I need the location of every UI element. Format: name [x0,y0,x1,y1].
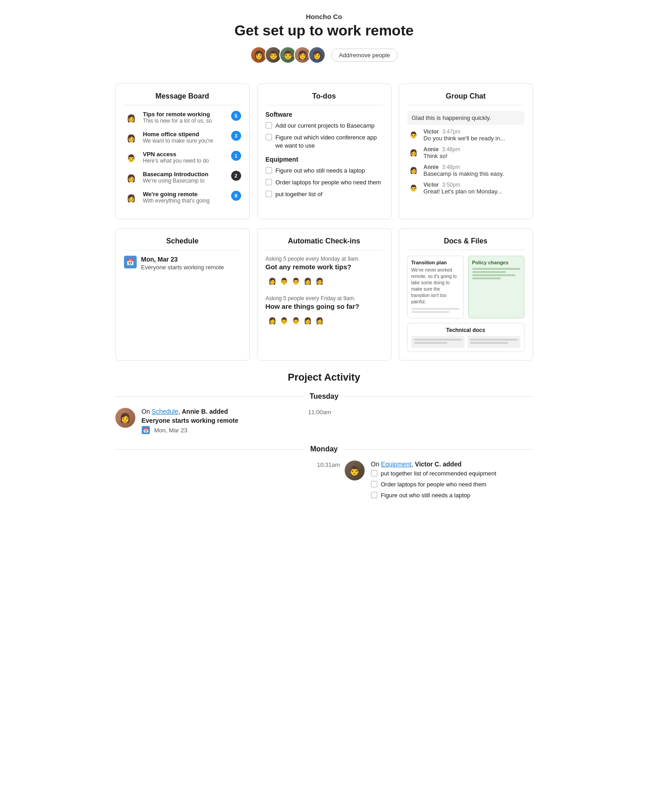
list-item[interactable]: 👩 Tips for remote working This is new fo… [124,111,241,125]
doc-line [472,271,506,273]
doc-line [414,342,448,344]
project-title: Get set up to work remote [9,22,639,39]
activity-item-sub: 📅 Mon, Mar 23 [142,426,238,434]
todo-checkbox[interactable] [371,470,377,476]
activity-section-link[interactable]: Equipment [381,460,411,468]
doc-transition-plan[interactable]: Transition plan We've never worked remot… [407,256,464,318]
checkin-question: Got any remote work tips? [266,263,383,271]
list-item[interactable]: put together list of recommended equipme… [371,470,496,478]
add-remove-people-button[interactable]: Add/remove people [331,49,398,62]
todo-checkbox[interactable] [371,481,377,487]
list-item: 👨 Victor 3:50pm Great! Let's plan on Mon… [407,182,524,195]
calendar-icon: 📅 [124,256,137,268]
auto-checkins-title: Automatic Check-ins [266,237,383,250]
message-board-card: Message Board 👩 Tips for remote working … [115,84,250,219]
activity-day-monday: Monday [115,445,533,453]
badge: 3 [231,131,241,141]
group-chat-card: Group Chat Glad this is happening quickl… [399,84,533,219]
avatar: 👩 [124,111,139,125]
activity-event-monday: 10:31am 👨 On Equipment, Victor C. added … [115,460,533,503]
people-row: 👩 👨 👨 👩 👩 Add/remove people [9,46,639,64]
todo-label: Order laptops for people who need them [276,178,381,187]
list-item[interactable]: Order laptops for people who need them [371,480,496,489]
cards-grid-bottom: Schedule 📅 Mon, Mar 23 Everyone starts w… [106,228,542,361]
todo-label: Order laptops for people who need them [381,480,487,489]
list-item[interactable]: Order laptops for people who need them [266,178,383,187]
docs-files-title: Docs & Files [407,237,524,250]
badge: 5 [231,111,241,121]
doc-policy-changes[interactable]: Policy changes [468,256,524,318]
todos-section-software-title: Software [266,111,383,118]
todo-checkbox[interactable] [266,179,272,185]
todo-label: Add our current projects to Basecamp [276,122,375,130]
activity-day-tuesday: Tuesday [115,392,533,401]
todo-checkbox[interactable] [266,122,272,129]
todo-checkbox[interactable] [371,492,377,498]
activity-time: 11:00am [308,408,345,416]
message-list: 👩 Tips for remote working This is new fo… [124,111,241,205]
doc-title: Transition plan [411,260,460,265]
doc-line [411,311,450,313]
checkin-frequency: Asking 5 people every Friday at 9am. [266,295,383,302]
list-item[interactable]: 👩 We're going remote With everything tha… [124,191,241,205]
avatar: 👨 [407,129,420,141]
message-preview: We want to make sure you're [143,138,227,144]
list-item[interactable]: Figure out which video conference app we… [266,134,383,150]
message-title: VPN access [143,151,227,158]
schedule-card: Schedule 📅 Mon, Mar 23 Everyone starts w… [115,228,250,361]
list-item: Glad this is happening quickly. [407,111,524,125]
avatar: 👨 [345,460,365,480]
list-item[interactable]: Figure out who still needs a laptop [266,167,383,175]
avatar: 👩 [313,274,326,288]
project-activity: Project Activity Tuesday 👩 On Schedule, … [106,371,542,503]
activity-item-title: Everyone starts working remote [142,417,238,424]
doc-title: Policy changes [472,260,520,265]
message-title: We're going remote [143,191,227,198]
list-item[interactable]: 👨 VPN access Here's what you need to do … [124,151,241,165]
list-item[interactable]: Figure out who still needs a laptop [371,491,496,500]
todo-checkbox[interactable] [266,191,272,197]
todo-label: put together list of recommended equipme… [381,470,496,478]
checkin-frequency: Asking 5 people every Monday at 9am. [266,256,383,262]
todo-label: put together list of [276,190,322,198]
message-title: Home office stipend [143,131,227,138]
schedule-event[interactable]: 📅 Mon, Mar 23 Everyone starts working re… [124,256,241,271]
checkin-friday: Asking 5 people every Friday at 9am. How… [266,295,383,327]
list-item[interactable]: 👩 Home office stipend We want to make su… [124,131,241,145]
activity-time: 10:31am [304,460,340,468]
avatar-person5[interactable]: 👩 [308,46,326,64]
todo-checkbox[interactable] [266,167,272,173]
schedule-title: Schedule [124,237,241,250]
list-item[interactable]: Add our current projects to Basecamp [266,122,383,130]
badge: 9 [231,191,241,201]
message-title: Basecamp Introduction [143,171,227,178]
project-activity-title: Project Activity [115,371,533,383]
list-item[interactable]: 👩 Basecamp Introduction We're using Base… [124,171,241,185]
doc-line [472,268,520,270]
todos-card: To-dos Software Add our current projects… [257,84,391,219]
cards-grid-top: Message Board 👩 Tips for remote working … [106,84,542,219]
checkin-avatars: 👩 👨 👨 👩 👩 [266,274,383,288]
page-header: Honcho Co Get set up to work remote 👩 👨 … [0,0,648,74]
schedule-date: Mon, Mar 23 [141,256,224,263]
checkin-avatars: 👩 👨 👨 👩 👩 [266,314,383,327]
checkin-question: How are things going so far? [266,302,383,310]
doc-body: We've never worked remote, so it's going… [411,267,460,305]
doc-line [472,277,501,279]
badge: 1 [231,151,241,161]
chat-messages: Glad this is happening quickly. 👨 Victor… [407,111,524,195]
message-preview: With everything that's going [143,198,227,204]
group-chat-title: Group Chat [407,92,524,105]
auto-checkins-card: Automatic Check-ins Asking 5 people ever… [257,228,391,361]
company-name: Honcho Co [9,13,639,20]
todos-title: To-dos [266,92,383,105]
message-title: Tips for remote working [143,111,227,118]
avatar: 👨 [407,182,420,194]
activity-section-link[interactable]: Schedule [152,408,178,415]
doc-line [411,308,460,310]
doc-technical-docs[interactable]: Technical docs [407,323,524,352]
avatar: 👩 [124,171,139,185]
todo-checkbox[interactable] [266,134,272,140]
list-item[interactable]: put together list of [266,190,383,198]
calendar-icon: 📅 [142,426,150,434]
